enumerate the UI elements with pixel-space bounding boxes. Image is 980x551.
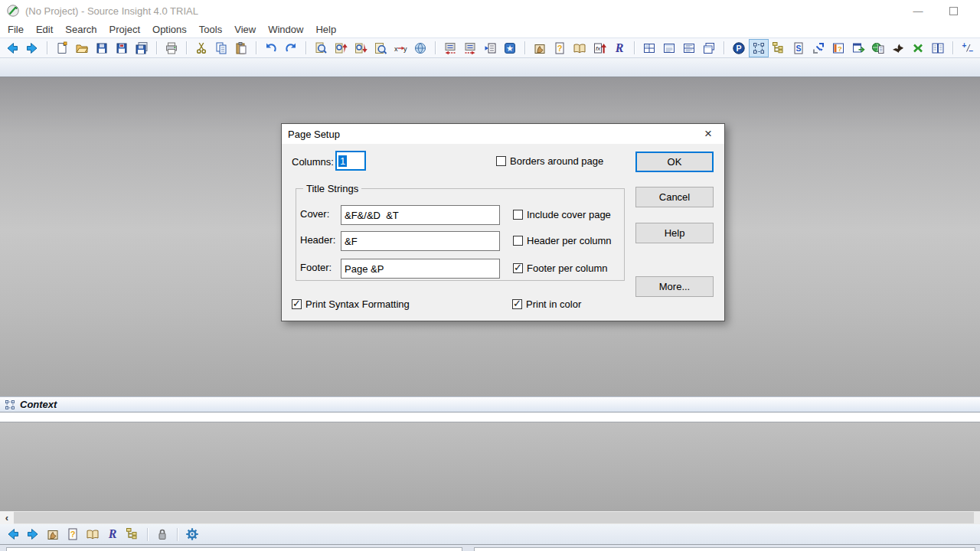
sync-arrows-icon[interactable] bbox=[909, 40, 927, 57]
context-panel-title: Context bbox=[20, 399, 57, 410]
paste-icon[interactable] bbox=[232, 40, 250, 57]
menu-search[interactable]: Search bbox=[59, 21, 103, 38]
shift-left-icon[interactable] bbox=[441, 40, 459, 57]
compare-docs-icon[interactable] bbox=[929, 40, 947, 57]
save-icon[interactable] bbox=[93, 40, 111, 57]
project-p-icon[interactable]: P bbox=[730, 40, 748, 57]
bird-icon[interactable] bbox=[889, 40, 907, 57]
checkbox-box bbox=[513, 210, 523, 220]
context-horizontal-scrollbar[interactable]: ‹ bbox=[0, 511, 980, 524]
search-selection-icon[interactable] bbox=[371, 40, 390, 57]
menu-view[interactable]: View bbox=[228, 21, 262, 38]
print-syntax-formatting-checkbox[interactable]: Print Syntax Formatting bbox=[292, 298, 410, 310]
browse-mode-icon[interactable] bbox=[44, 526, 62, 543]
tree-view-icon[interactable] bbox=[123, 526, 142, 543]
borders-around-page-checkbox[interactable]: Borders around page bbox=[496, 155, 603, 167]
cancel-button[interactable]: Cancel bbox=[635, 187, 714, 207]
cut-icon[interactable] bbox=[192, 40, 211, 57]
calendar-help-icon[interactable]: ? bbox=[829, 40, 848, 57]
menu-file[interactable]: File bbox=[2, 21, 30, 38]
help-doc-icon[interactable]: ? bbox=[550, 40, 569, 57]
layout-grid-icon[interactable] bbox=[640, 40, 658, 57]
close-icon[interactable]: × bbox=[692, 124, 724, 144]
web-page-icon[interactable] bbox=[869, 40, 887, 57]
lock-icon[interactable] bbox=[153, 526, 172, 543]
menu-options[interactable]: Options bbox=[146, 21, 193, 38]
footer-per-column-checkbox[interactable]: Footer per column bbox=[513, 262, 608, 274]
svg-text:R: R bbox=[615, 41, 624, 54]
menu-help[interactable]: Help bbox=[309, 21, 342, 38]
toolbar-separator bbox=[724, 41, 724, 54]
layout-cascade-icon[interactable] bbox=[700, 40, 718, 57]
toolbar-separator bbox=[634, 41, 635, 54]
forward-icon[interactable] bbox=[23, 40, 41, 57]
minimize-icon[interactable]: — bbox=[906, 0, 929, 21]
relation-window-icon[interactable]: R bbox=[610, 40, 629, 57]
dialog-title: Page Setup bbox=[288, 129, 340, 140]
header-per-column-checkbox[interactable]: Header per column bbox=[513, 235, 612, 246]
print-in-color-checkbox[interactable]: Print in color bbox=[512, 298, 581, 310]
goto-menu-icon[interactable] bbox=[481, 40, 499, 57]
replace-icon[interactable]: xy bbox=[391, 40, 410, 57]
menu-edit[interactable]: Edit bbox=[30, 21, 59, 38]
scroll-left-icon[interactable]: ‹ bbox=[0, 511, 14, 524]
layout-split-icon[interactable] bbox=[680, 40, 698, 57]
dialog-title-bar[interactable]: Page Setup bbox=[282, 124, 724, 144]
symbol-doc-icon[interactable]: S bbox=[789, 40, 808, 57]
tree-view-icon[interactable] bbox=[769, 40, 788, 57]
columns-label: Columns: bbox=[292, 156, 334, 168]
function-up-icon[interactable]: fx bbox=[590, 40, 609, 57]
cover-input[interactable]: &F&/&D &T bbox=[341, 205, 500, 225]
back-icon[interactable] bbox=[4, 526, 22, 543]
maximize-icon[interactable] bbox=[942, 0, 965, 21]
columns-input[interactable]: 1 bbox=[335, 151, 366, 171]
redo-icon[interactable] bbox=[282, 40, 300, 57]
help-button[interactable]: Help bbox=[635, 223, 714, 243]
copy-icon[interactable] bbox=[212, 40, 230, 57]
forward-icon[interactable] bbox=[24, 526, 42, 543]
more-button[interactable]: More... bbox=[635, 276, 714, 297]
svg-text:?: ? bbox=[838, 44, 842, 53]
menu-tools[interactable]: Tools bbox=[193, 21, 228, 38]
plus-minus-icon[interactable]: +− bbox=[959, 40, 977, 57]
ok-button[interactable]: OK bbox=[635, 152, 714, 172]
include-cover-page-checkbox[interactable]: Include cover page bbox=[513, 209, 611, 220]
save-all-icon[interactable] bbox=[132, 40, 151, 57]
search-icon[interactable] bbox=[312, 40, 330, 57]
context-panel-header[interactable]: Context bbox=[0, 396, 980, 412]
columns-value: 1 bbox=[338, 155, 347, 167]
window-switch-icon[interactable] bbox=[849, 40, 867, 57]
checkbox-label: Header per column bbox=[527, 235, 612, 246]
svg-text:S: S bbox=[795, 44, 801, 53]
back-icon[interactable] bbox=[3, 40, 21, 57]
menu-project[interactable]: Project bbox=[103, 21, 146, 38]
help-doc-icon[interactable]: ? bbox=[64, 526, 82, 543]
undo-icon[interactable] bbox=[262, 40, 280, 57]
gear-icon[interactable] bbox=[183, 526, 201, 543]
search-backward-icon[interactable] bbox=[351, 40, 370, 57]
relation-window-icon[interactable]: R bbox=[103, 526, 122, 543]
shift-right-icon[interactable] bbox=[461, 40, 479, 57]
search-web-icon[interactable] bbox=[411, 40, 430, 57]
browse-mode-icon[interactable] bbox=[531, 40, 549, 57]
context-content-area bbox=[0, 422, 980, 511]
header-input[interactable]: &F bbox=[341, 231, 500, 251]
symbol-book-icon[interactable] bbox=[83, 526, 102, 543]
jump-corners-icon[interactable] bbox=[809, 40, 828, 57]
scrollbar-track[interactable] bbox=[14, 512, 974, 523]
svg-text:★: ★ bbox=[506, 44, 514, 53]
favorites-icon[interactable]: ★ bbox=[501, 40, 519, 57]
select-block-icon[interactable] bbox=[750, 40, 768, 57]
symbol-book-icon[interactable] bbox=[570, 40, 589, 57]
print-icon[interactable] bbox=[162, 40, 181, 57]
open-icon[interactable] bbox=[73, 40, 91, 57]
toolbar-separator bbox=[186, 41, 187, 54]
checkbox-label: Borders around page bbox=[510, 155, 603, 167]
footer-input[interactable]: Page &P bbox=[341, 259, 500, 279]
save-as-icon[interactable] bbox=[113, 40, 131, 57]
search-forward-icon[interactable] bbox=[332, 40, 350, 57]
toolbar-separator bbox=[147, 528, 148, 541]
menu-window[interactable]: Window bbox=[262, 21, 309, 38]
new-file-icon[interactable] bbox=[53, 40, 71, 57]
layout-full-icon[interactable] bbox=[660, 40, 678, 57]
